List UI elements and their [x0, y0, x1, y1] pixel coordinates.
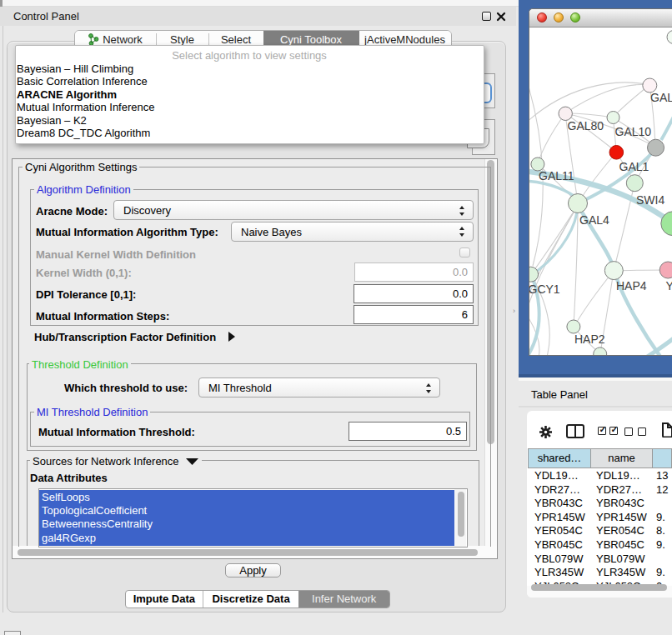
- svg-text:Y: Y: [665, 279, 672, 292]
- svg-text:HAP4: HAP4: [616, 279, 647, 292]
- svg-text:GCY1: GCY1: [529, 282, 560, 295]
- svg-text:GAL2: GAL2: [650, 91, 672, 104]
- svg-text:HAP2: HAP2: [574, 332, 605, 346]
- svg-text:GAL4: GAL4: [579, 212, 609, 226]
- svg-text:GAL80: GAL80: [567, 118, 604, 132]
- svg-text:GAL10: GAL10: [614, 125, 651, 138]
- svg-text:GAL1: GAL1: [619, 159, 649, 172]
- svg-text:GAL11: GAL11: [539, 169, 574, 182]
- svg-text:SWI4: SWI4: [636, 193, 664, 207]
